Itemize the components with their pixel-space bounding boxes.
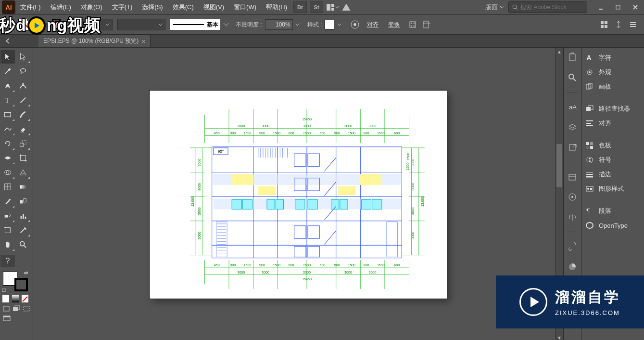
transform-link[interactable]: 变换: [388, 21, 400, 29]
graph-tool[interactable]: [16, 209, 30, 222]
eraser-tool[interactable]: [16, 122, 30, 136]
panel-stroke[interactable]: 描边: [581, 167, 644, 182]
chevron-down-icon[interactable]: [36, 22, 40, 27]
pen-tool[interactable]: [0, 79, 15, 92]
line-tool[interactable]: [16, 93, 30, 107]
mesh-tool[interactable]: [0, 180, 15, 194]
menu-select[interactable]: 选择(S): [137, 0, 167, 14]
menu-object[interactable]: 对象(O): [76, 0, 107, 14]
symbols-panel-icon[interactable]: [567, 211, 578, 223]
panel-align[interactable]: 对齐: [581, 116, 644, 131]
vertical-scrollbar[interactable]: ▲ ▼: [555, 48, 563, 340]
stock-icon[interactable]: St: [310, 1, 323, 13]
links-icon[interactable]: [567, 241, 578, 252]
close-icon[interactable]: ×: [141, 38, 145, 45]
draw-behind[interactable]: [12, 305, 20, 313]
scale-tool[interactable]: [16, 137, 30, 150]
panel-character[interactable]: A 字符: [581, 51, 644, 65]
opacity-chevron-icon[interactable]: [295, 22, 301, 27]
menu-edit[interactable]: 编辑(E): [46, 0, 76, 14]
menu-view[interactable]: 视图(V): [199, 0, 229, 14]
panel-artboards[interactable]: 画板: [581, 79, 644, 94]
paintbrush-tool[interactable]: [16, 108, 30, 121]
stroke-color[interactable]: [14, 278, 28, 291]
isolate-icon[interactable]: [408, 20, 417, 29]
menu-effect[interactable]: 效果(C): [168, 0, 199, 14]
arrange-docs-icon[interactable]: [326, 2, 339, 13]
recolor-icon[interactable]: [349, 20, 361, 29]
magic-wand-tool[interactable]: [0, 65, 15, 78]
menu-type[interactable]: 文字(T): [107, 0, 138, 14]
canvas[interactable]: 15450 15450 3000 3000 3000 3000 3000 300…: [33, 48, 563, 340]
draw-normal[interactable]: [2, 305, 10, 313]
window-maximize[interactable]: [609, 0, 627, 14]
shaper-tool[interactable]: [0, 122, 15, 136]
scroll-down-icon[interactable]: ▼: [556, 334, 563, 340]
scroll-thumb[interactable]: [556, 144, 562, 187]
gradient-tool[interactable]: [16, 180, 30, 194]
panel-paragraph[interactable]: ¶ 段落: [581, 204, 644, 218]
stroke-swatch[interactable]: [52, 19, 66, 30]
blend-tool[interactable]: [16, 195, 30, 208]
document-tab[interactable]: EPSI.EPS @ 100% (RGB/GPU 预览) ×: [38, 35, 151, 47]
panel-opentype[interactable]: OpenType: [581, 218, 644, 233]
hand-tool[interactable]: [0, 238, 15, 251]
default-colors[interactable]: [2, 294, 31, 303]
type-tool[interactable]: T: [0, 93, 15, 107]
color-panel-icon[interactable]: [567, 261, 578, 273]
free-transform-tool[interactable]: [16, 151, 30, 165]
zoom-icon[interactable]: [567, 72, 578, 83]
crop-icon[interactable]: [422, 20, 431, 29]
menu-help[interactable]: 帮助(H): [261, 0, 292, 14]
opacity-value[interactable]: 100%: [265, 19, 293, 30]
menu-window[interactable]: 窗口(W): [229, 0, 261, 14]
tool-hints[interactable]: ?: [0, 255, 15, 267]
menu-file[interactable]: 文件(F): [15, 0, 46, 14]
panel-symbols[interactable]: 符号: [581, 153, 644, 167]
workspace-switcher[interactable]: 版面: [485, 3, 505, 12]
exit-isolation-icon[interactable]: [4, 37, 13, 45]
brush-preview[interactable]: 基本: [170, 19, 220, 30]
perspective-tool[interactable]: [16, 166, 30, 179]
stock-search[interactable]: [508, 1, 587, 13]
export-icon[interactable]: [567, 142, 578, 153]
libraries-icon[interactable]: [567, 171, 578, 183]
zoom-tool[interactable]: [16, 238, 30, 251]
brushes-icon[interactable]: [567, 191, 578, 203]
direct-selection-tool[interactable]: [16, 50, 30, 64]
shape-builder-tool[interactable]: [0, 166, 15, 179]
scroll-up-icon[interactable]: ▲: [556, 48, 563, 55]
panel-appearance[interactable]: 外观: [581, 65, 644, 79]
panel-pathfinder[interactable]: 路径查找器: [581, 102, 644, 116]
menu-icon[interactable]: [629, 20, 637, 29]
properties-icon[interactable]: [567, 52, 578, 63]
stroke-weight[interactable]: [79, 19, 113, 30]
selection-tool[interactable]: [0, 50, 15, 64]
screen-mode[interactable]: [2, 314, 12, 322]
chevron-down-icon[interactable]: [337, 22, 342, 27]
slice-tool[interactable]: [16, 223, 30, 237]
collapse-panels-icon[interactable]: [614, 20, 623, 29]
stock-search-input[interactable]: [519, 3, 584, 11]
window-minimize[interactable]: [592, 0, 609, 14]
width-tool[interactable]: [0, 151, 15, 165]
eyedropper-tool[interactable]: [0, 195, 15, 208]
rotate-tool[interactable]: [0, 137, 15, 150]
fill-stroke-control[interactable]: ⇄ ◻: [2, 270, 29, 292]
rectangle-tool[interactable]: [0, 108, 15, 121]
artboard-tool[interactable]: [0, 223, 15, 237]
chevron-down-icon[interactable]: [69, 22, 74, 27]
lasso-tool[interactable]: [16, 65, 30, 78]
layers-icon[interactable]: [567, 121, 578, 133]
align-link[interactable]: 对齐: [367, 21, 379, 29]
panel-graphic-styles[interactable]: 图形样式: [581, 182, 644, 196]
draw-inside[interactable]: [23, 305, 31, 313]
profile-select[interactable]: [117, 19, 165, 30]
grid-icon[interactable]: [600, 20, 608, 29]
panel-swatches[interactable]: 色板: [581, 138, 644, 153]
glyphs-icon[interactable]: aA: [567, 101, 578, 113]
fill-swatch[interactable]: [18, 19, 33, 30]
symbol-sprayer-tool[interactable]: [0, 209, 15, 222]
graphic-style[interactable]: [325, 20, 334, 29]
curvature-tool[interactable]: [16, 79, 30, 92]
